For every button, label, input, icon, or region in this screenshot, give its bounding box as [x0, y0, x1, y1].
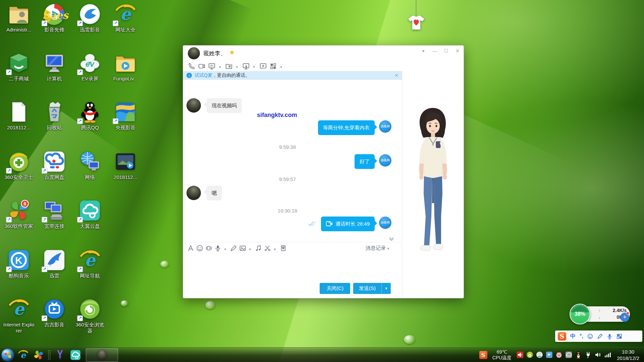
tray-power-plug-icon[interactable] — [585, 351, 592, 358]
remote-assist-icon[interactable] — [242, 62, 250, 70]
image-dropdown-caret[interactable]: ▼ — [249, 248, 252, 251]
desktop-icon-doc-2018112[interactable]: 2018112... — [3, 101, 35, 131]
tray-network-signal-icon[interactable] — [604, 351, 611, 358]
history-button[interactable]: 消息记录▼ — [366, 245, 391, 251]
send-options-caret[interactable]: ▼ — [381, 283, 391, 294]
minimize-button[interactable]: — — [432, 48, 437, 54]
ime-punctuation-toggle[interactable]: °, — [580, 333, 583, 339]
notice-link[interactable]: 试试Q麦 — [195, 72, 212, 78]
voice-message-icon[interactable] — [214, 245, 221, 252]
emoticon-icon[interactable] — [196, 245, 203, 252]
screen-demo-icon[interactable] — [208, 62, 216, 70]
close-chat-button[interactable]: 关闭(C) — [320, 283, 350, 294]
desktop-icon-tianyi-cloud[interactable]: ↗天翼云盘 — [74, 199, 106, 229]
desktop-icon-jiji-yingyin[interactable]: ↗吉吉影音 — [38, 298, 70, 328]
window-titlebar[interactable]: 莪姓李、 ★ ▾ — ☐ ✕ — [183, 46, 464, 61]
desktop-icon-360-browser[interactable]: ↗360安全浏览器 — [74, 298, 106, 334]
traffic-monitor-widget[interactable]: ↑ 2.4K/s ↓ 0K/s + 38% — [570, 304, 632, 326]
send-button[interactable]: 发送(S) — [353, 283, 381, 294]
window-menu-arrow-icon[interactable]: ▾ — [421, 48, 426, 54]
desktop-icon-cctv-yingyin[interactable]: ↗央视影音 — [109, 101, 142, 131]
call-duration-bubble[interactable]: 通话时长 28:49 — [321, 217, 375, 231]
desktop-icon-ershou-shangcheng[interactable]: ↗二手商城 — [3, 52, 35, 82]
tray-red-horn-icon[interactable] — [517, 351, 524, 358]
ime-handwrite-icon[interactable] — [597, 334, 603, 339]
self-avatar[interactable]: 借条网 — [379, 217, 391, 229]
desktop-icon-thunder[interactable]: ↗迅雷 — [38, 249, 70, 279]
taskbar-qq-chat-active[interactable] — [86, 348, 118, 362]
tray-qq-penguin-icon[interactable] — [575, 351, 582, 358]
desktop-icon-ev-luping[interactable]: ev↗EV录屏 — [74, 52, 106, 82]
ime-voice-icon[interactable] — [607, 334, 612, 339]
desktop-icon-recycle-bin[interactable]: 回收站 — [38, 101, 70, 131]
self-avatar[interactable]: 借条网 — [379, 120, 391, 133]
outgoing-bubble[interactable]: 好了 — [355, 154, 375, 169]
desktop-icon-baidu-netdisk[interactable]: ↗百度网盘 — [38, 150, 70, 180]
desktop-icon-xunlei-yingyin[interactable]: ↗迅雷影音 — [74, 3, 106, 33]
taskbar-tianyi-cloud[interactable] — [68, 348, 83, 362]
ime-mode-toggle[interactable]: 中 — [570, 333, 576, 340]
close-window-button[interactable]: ✕ — [455, 48, 460, 54]
incoming-bubble[interactable]: 现在视频吗 — [207, 98, 242, 113]
taskbar-sogou[interactable] — [31, 348, 46, 362]
ime-toolbox-icon[interactable] — [616, 334, 622, 339]
desktop-icon-tencent-qq[interactable]: ↗腾讯QQ — [74, 101, 106, 131]
tray-360-ball-icon[interactable] — [526, 351, 533, 358]
desktop-icon-broadband[interactable]: ↗宽带连接 — [38, 199, 70, 229]
maximize-button[interactable]: ☐ — [443, 48, 449, 54]
apps-icon[interactable] — [269, 62, 277, 70]
tray-elder-care-icon[interactable] — [536, 351, 543, 358]
desktop-icon-wangzhi-daohang[interactable]: e↗网址导航 — [74, 249, 106, 279]
video-call-icon[interactable] — [198, 62, 206, 70]
outgoing-bubble[interactable]: 等两分钟,先穿着内衣 — [318, 120, 375, 135]
screenshot-icon[interactable] — [264, 245, 271, 252]
desktop-icon-computer[interactable]: 计算机 — [38, 52, 70, 82]
desktop-icon-video-2018112[interactable]: 2018112... — [109, 150, 142, 180]
desktop-icon-kugou-music[interactable]: K↗酷狗音乐 — [3, 249, 35, 279]
notice-close-icon[interactable]: ✕ — [394, 73, 398, 78]
self-avatar[interactable]: 借条网 — [379, 154, 391, 167]
send-file-icon[interactable] — [225, 62, 233, 70]
desktop-icon-internet-explorer[interactable]: eInternet Explorer — [3, 298, 35, 334]
ime-emoticon-icon[interactable] — [587, 334, 593, 339]
peer-avatar[interactable] — [188, 47, 200, 59]
incoming-bubble[interactable]: 嗯 — [207, 186, 222, 200]
remote-assist-dropdown-caret[interactable]: ▼ — [253, 65, 256, 69]
tray-volume-icon[interactable] — [594, 351, 601, 358]
red-packet-icon[interactable] — [280, 245, 287, 252]
tray-pig-pink-icon[interactable] — [555, 351, 562, 358]
font-icon[interactable] — [187, 245, 194, 252]
desktop-icon-yingyin-xianfeng[interactable]: ↗Saes影音先锋 — [38, 3, 70, 33]
memory-ball[interactable]: 38% — [570, 304, 590, 324]
screenshot-dropdown-caret[interactable]: ▼ — [273, 248, 276, 251]
tray-cloud-gray-icon[interactable] — [565, 351, 572, 358]
screen-demo-dropdown-caret[interactable]: ▼ — [218, 65, 221, 69]
peer-message-avatar[interactable] — [186, 186, 201, 200]
desktop-icon-administrator[interactable]: Administr... — [3, 3, 35, 33]
peer-message-avatar[interactable] — [186, 98, 201, 113]
apps-dropdown-caret[interactable]: ▼ — [280, 65, 283, 69]
cpu-temperature[interactable]: 69℃ CPU温度 — [492, 349, 512, 361]
image-icon[interactable] — [239, 245, 246, 252]
tray-sogou-icon[interactable]: S — [479, 351, 487, 359]
send-file-dropdown-caret[interactable]: ▼ — [235, 65, 238, 69]
taskbar-internet-explorer[interactable]: e — [15, 348, 31, 362]
window-shake-icon[interactable] — [205, 245, 212, 252]
voice-message-dropdown-caret[interactable]: ▼ — [224, 248, 227, 251]
desktop-icon-fungolive[interactable]: FungoLiv... — [109, 52, 142, 82]
start-button[interactable] — [0, 348, 15, 362]
taskbar-purple-app[interactable] — [52, 348, 68, 362]
create-group-icon[interactable] — [259, 62, 267, 70]
sogou-logo-icon[interactable]: S — [558, 332, 566, 341]
music-icon[interactable] — [255, 245, 262, 252]
desktop-icon-360-soft-manager[interactable]: 8↗360软件管家 — [3, 199, 35, 229]
qq-show-girl[interactable] — [414, 106, 452, 257]
desktop-icon-360-safe[interactable]: ↗360安全卫士 — [3, 150, 35, 180]
voice-call-icon[interactable] — [188, 62, 196, 70]
taskbar-clock[interactable]: 10:30 2018/12/2 — [617, 349, 641, 361]
scroll-to-bottom-icon[interactable] — [389, 236, 394, 242]
desktop-icon-wangzhi-daquan[interactable]: e↗网址大全 — [109, 3, 142, 33]
handwrite-icon[interactable] — [230, 245, 237, 252]
desktop-icon-network[interactable]: 网络 — [74, 150, 106, 180]
tray-bank-blue-icon[interactable] — [546, 351, 553, 358]
